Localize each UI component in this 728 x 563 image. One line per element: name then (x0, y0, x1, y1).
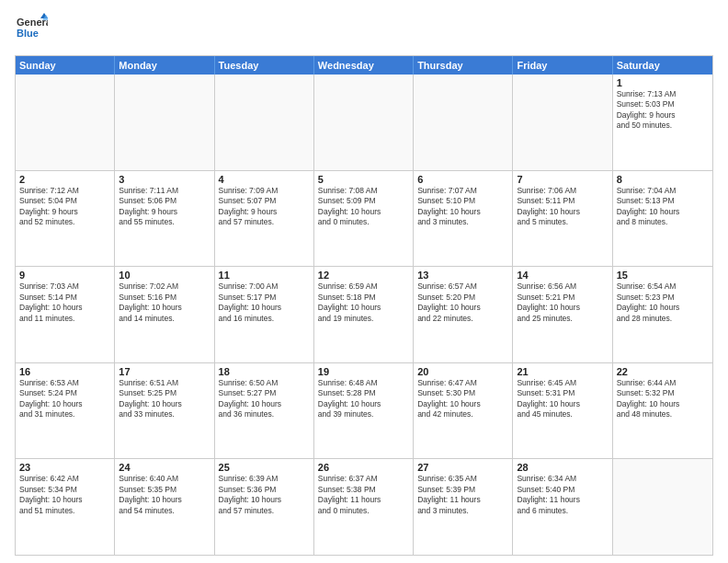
day-cell-21: 21Sunrise: 6:45 AM Sunset: 5:31 PM Dayli… (513, 363, 612, 459)
day-info: Sunrise: 7:04 AM Sunset: 5:13 PM Dayligh… (617, 186, 709, 228)
day-number: 1 (617, 77, 709, 88)
empty-cell (613, 459, 712, 555)
day-info: Sunrise: 7:13 AM Sunset: 5:03 PM Dayligh… (617, 89, 709, 132)
day-info: Sunrise: 6:56 AM Sunset: 5:21 PM Dayligh… (517, 282, 608, 324)
day-cell-18: 18Sunrise: 6:50 AM Sunset: 5:27 PM Dayli… (215, 363, 314, 459)
day-info: Sunrise: 6:42 AM Sunset: 5:34 PM Dayligh… (19, 474, 110, 516)
day-info: Sunrise: 7:12 AM Sunset: 5:04 PM Dayligh… (19, 186, 110, 228)
empty-cell (513, 75, 612, 170)
day-cell-2: 2Sunrise: 7:12 AM Sunset: 5:04 PM Daylig… (16, 171, 115, 267)
day-cell-23: 23Sunrise: 6:42 AM Sunset: 5:34 PM Dayli… (16, 459, 115, 555)
day-info: Sunrise: 7:07 AM Sunset: 5:10 PM Dayligh… (417, 186, 508, 228)
day-cell-15: 15Sunrise: 6:54 AM Sunset: 5:23 PM Dayli… (613, 267, 712, 362)
day-info: Sunrise: 6:50 AM Sunset: 5:27 PM Dayligh… (219, 378, 310, 420)
day-number: 24 (119, 462, 210, 473)
day-number: 16 (19, 366, 110, 377)
day-cell-10: 10Sunrise: 7:02 AM Sunset: 5:16 PM Dayli… (115, 267, 214, 362)
day-info: Sunrise: 6:39 AM Sunset: 5:36 PM Dayligh… (219, 474, 310, 516)
calendar-week-4: 16Sunrise: 6:53 AM Sunset: 5:24 PM Dayli… (16, 363, 712, 460)
day-number: 18 (219, 366, 310, 377)
day-info: Sunrise: 6:59 AM Sunset: 5:18 PM Dayligh… (318, 282, 409, 324)
day-number: 17 (119, 366, 210, 377)
day-info: Sunrise: 7:11 AM Sunset: 5:06 PM Dayligh… (119, 186, 210, 228)
day-number: 19 (318, 366, 409, 377)
empty-cell (16, 75, 115, 170)
day-info: Sunrise: 7:03 AM Sunset: 5:14 PM Dayligh… (19, 282, 110, 324)
day-cell-25: 25Sunrise: 6:39 AM Sunset: 5:36 PM Dayli… (215, 459, 314, 555)
day-header-thursday: Thursday (414, 56, 513, 75)
calendar: SundayMondayTuesdayWednesdayThursdayFrid… (15, 55, 713, 556)
day-number: 5 (318, 174, 409, 185)
day-info: Sunrise: 7:08 AM Sunset: 5:09 PM Dayligh… (318, 186, 409, 228)
day-header-saturday: Saturday (613, 56, 712, 75)
header: General Blue (15, 11, 713, 48)
day-number: 12 (318, 270, 409, 281)
calendar-week-2: 2Sunrise: 7:12 AM Sunset: 5:04 PM Daylig… (16, 171, 712, 268)
day-cell-22: 22Sunrise: 6:44 AM Sunset: 5:32 PM Dayli… (613, 363, 712, 459)
day-cell-5: 5Sunrise: 7:08 AM Sunset: 5:09 PM Daylig… (314, 171, 414, 267)
calendar-week-5: 23Sunrise: 6:42 AM Sunset: 5:34 PM Dayli… (16, 459, 712, 555)
day-info: Sunrise: 6:45 AM Sunset: 5:31 PM Dayligh… (517, 378, 608, 420)
day-header-friday: Friday (513, 56, 612, 75)
day-header-tuesday: Tuesday (215, 56, 314, 75)
calendar-week-3: 9Sunrise: 7:03 AM Sunset: 5:14 PM Daylig… (16, 267, 712, 363)
day-cell-1: 1Sunrise: 7:13 AM Sunset: 5:03 PM Daylig… (613, 75, 712, 170)
day-number: 8 (617, 174, 709, 185)
empty-cell (414, 75, 513, 170)
day-cell-27: 27Sunrise: 6:35 AM Sunset: 5:39 PM Dayli… (414, 459, 513, 555)
day-number: 14 (517, 270, 608, 281)
day-cell-20: 20Sunrise: 6:47 AM Sunset: 5:30 PM Dayli… (414, 363, 513, 459)
day-number: 20 (417, 366, 508, 377)
day-number: 10 (119, 270, 210, 281)
day-number: 22 (617, 366, 709, 377)
day-info: Sunrise: 6:48 AM Sunset: 5:28 PM Dayligh… (318, 378, 409, 420)
calendar-week-1: 1Sunrise: 7:13 AM Sunset: 5:03 PM Daylig… (16, 75, 712, 171)
day-number: 2 (19, 174, 110, 185)
logo: General Blue (15, 11, 48, 48)
empty-cell (314, 75, 414, 170)
day-cell-17: 17Sunrise: 6:51 AM Sunset: 5:25 PM Dayli… (115, 363, 214, 459)
day-cell-26: 26Sunrise: 6:37 AM Sunset: 5:38 PM Dayli… (314, 459, 414, 555)
day-number: 28 (517, 462, 608, 473)
day-number: 7 (517, 174, 608, 185)
day-cell-13: 13Sunrise: 6:57 AM Sunset: 5:20 PM Dayli… (414, 267, 513, 362)
day-info: Sunrise: 6:37 AM Sunset: 5:38 PM Dayligh… (318, 474, 409, 516)
day-cell-8: 8Sunrise: 7:04 AM Sunset: 5:13 PM Daylig… (613, 171, 712, 267)
day-cell-9: 9Sunrise: 7:03 AM Sunset: 5:14 PM Daylig… (16, 267, 115, 362)
day-number: 6 (417, 174, 508, 185)
day-info: Sunrise: 6:40 AM Sunset: 5:35 PM Dayligh… (119, 474, 210, 516)
day-info: Sunrise: 7:09 AM Sunset: 5:07 PM Dayligh… (219, 186, 310, 228)
day-cell-4: 4Sunrise: 7:09 AM Sunset: 5:07 PM Daylig… (215, 171, 314, 267)
empty-cell (115, 75, 214, 170)
day-cell-16: 16Sunrise: 6:53 AM Sunset: 5:24 PM Dayli… (16, 363, 115, 459)
page: General Blue SundayMondayTuesdayWednesda… (0, 0, 728, 563)
day-cell-28: 28Sunrise: 6:34 AM Sunset: 5:40 PM Dayli… (513, 459, 612, 555)
day-info: Sunrise: 6:53 AM Sunset: 5:24 PM Dayligh… (19, 378, 110, 420)
day-header-sunday: Sunday (16, 56, 115, 75)
day-info: Sunrise: 6:35 AM Sunset: 5:39 PM Dayligh… (417, 474, 508, 516)
day-header-monday: Monday (115, 56, 214, 75)
day-number: 23 (19, 462, 110, 473)
svg-text:Blue: Blue (17, 28, 39, 39)
day-cell-3: 3Sunrise: 7:11 AM Sunset: 5:06 PM Daylig… (115, 171, 214, 267)
day-info: Sunrise: 6:51 AM Sunset: 5:25 PM Dayligh… (119, 378, 210, 420)
day-cell-24: 24Sunrise: 6:40 AM Sunset: 5:35 PM Dayli… (115, 459, 214, 555)
day-number: 9 (19, 270, 110, 281)
day-info: Sunrise: 7:00 AM Sunset: 5:17 PM Dayligh… (219, 282, 310, 324)
day-cell-14: 14Sunrise: 6:56 AM Sunset: 5:21 PM Dayli… (513, 267, 612, 362)
day-number: 13 (417, 270, 508, 281)
day-info: Sunrise: 6:57 AM Sunset: 5:20 PM Dayligh… (417, 282, 508, 324)
day-number: 3 (119, 174, 210, 185)
day-cell-12: 12Sunrise: 6:59 AM Sunset: 5:18 PM Dayli… (314, 267, 414, 362)
day-header-wednesday: Wednesday (314, 56, 414, 75)
day-cell-19: 19Sunrise: 6:48 AM Sunset: 5:28 PM Dayli… (314, 363, 414, 459)
calendar-body: 1Sunrise: 7:13 AM Sunset: 5:03 PM Daylig… (16, 75, 712, 555)
logo-icon: General Blue (15, 11, 48, 44)
day-number: 26 (318, 462, 409, 473)
day-number: 25 (219, 462, 310, 473)
day-info: Sunrise: 6:44 AM Sunset: 5:32 PM Dayligh… (617, 378, 709, 420)
day-info: Sunrise: 7:06 AM Sunset: 5:11 PM Dayligh… (517, 186, 608, 228)
day-number: 27 (417, 462, 508, 473)
day-number: 15 (617, 270, 709, 281)
day-number: 4 (219, 174, 310, 185)
